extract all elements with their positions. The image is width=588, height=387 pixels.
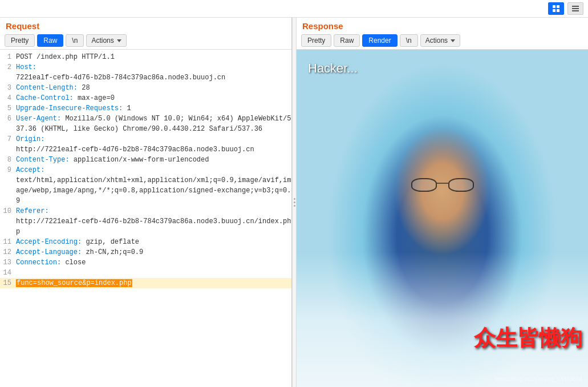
line-number: 10 (0, 206, 16, 237)
response-newline-btn[interactable]: \n (400, 34, 418, 47)
line-content: Referer: http://7221ealf-cefb-4d76-b2b8-… (16, 206, 291, 237)
line-content: Accept-Language: zh-CN,zh;q=0.9 (16, 247, 291, 257)
code-line: 8Content-Type: application/x-www-form-ur… (0, 155, 291, 165)
code-line: 13Connection: close (0, 257, 291, 268)
line-content: func=show_source&p=index.php (16, 278, 291, 288)
response-pretty-btn[interactable]: Pretty (301, 34, 331, 47)
code-line: 9Accept: text/html,application/xhtml+xml… (0, 165, 291, 206)
line-number: 6 (0, 114, 16, 134)
panel-divider (292, 18, 297, 387)
code-line: 6User-Agent: Mozilla/5.0 (Windows NT 10.… (0, 114, 291, 134)
line-number: 1 (0, 52, 16, 62)
line-content: Accept-Encoding: gzip, deflate (16, 237, 291, 247)
code-line: 3Content-Length: 28 (0, 83, 291, 93)
line-number: 7 (0, 134, 16, 155)
line-number: 14 (0, 268, 16, 278)
glasses-bridge (437, 183, 448, 184)
svg-rect-1 (557, 5, 559, 8)
code-line: 11Accept-Encoding: gzip, deflate (0, 237, 291, 247)
code-line: 10Referer: http://7221ealf-cefb-4d76-b2b… (0, 206, 291, 237)
svg-rect-2 (553, 9, 555, 12)
request-newline-btn[interactable]: \n (66, 34, 84, 47)
line-number: 2 (0, 62, 16, 83)
glasses-right (448, 178, 474, 192)
line-number: 4 (0, 93, 16, 103)
svg-rect-3 (557, 9, 559, 12)
line-content: Accept: text/html,application/xhtml+xml,… (16, 165, 291, 206)
code-line: 14 (0, 268, 291, 278)
response-render-btn[interactable]: Render (362, 34, 397, 47)
svg-rect-0 (553, 5, 555, 8)
line-content: POST /index.php HTTP/1.1 (16, 52, 291, 62)
line-number: 11 (0, 237, 16, 247)
code-line: 12Accept-Language: zh-CN,zh;q=0.9 (0, 247, 291, 257)
request-pretty-btn[interactable]: Pretty (5, 34, 35, 47)
line-content: Content-Length: 28 (16, 83, 291, 93)
line-content: Content-Type: application/x-www-form-url… (16, 155, 291, 165)
line-number: 3 (0, 83, 16, 93)
chinese-text-overlay: 众生皆懒狗 (474, 324, 582, 353)
line-number: 9 (0, 165, 16, 206)
line-content: Host: 7221ealf-cefb-4d76-b2b8-784c379ac8… (16, 62, 291, 83)
request-toolbar: Pretty Raw \n Actions (0, 32, 291, 50)
line-content (16, 268, 291, 278)
code-line: 2Host: 7221ealf-cefb-4d76-b2b8-784c379ac… (0, 62, 291, 83)
watermark: https://blog.csdn.net/qq_53460684 (495, 376, 582, 382)
line-content: User-Agent: Mozilla/5.0 (Windows NT 10.0… (16, 114, 291, 134)
code-line: 5Upgrade-Insecure-Requests: 1 (0, 103, 291, 114)
robe-decoration (297, 252, 588, 387)
top-bar (0, 0, 588, 18)
line-content: Connection: close (16, 257, 291, 268)
line-content: Upgrade-Insecure-Requests: 1 (16, 103, 291, 114)
line-number: 13 (0, 257, 16, 268)
glasses-left (411, 178, 437, 192)
line-number: 12 (0, 247, 16, 257)
line-number: 5 (0, 103, 16, 114)
request-code-area[interactable]: 1POST /index.php HTTP/1.12Host: 7221ealf… (0, 50, 291, 387)
response-actions-btn[interactable]: Actions (420, 34, 460, 47)
response-toolbar: Pretty Raw Render \n Actions (297, 32, 588, 50)
line-content: Cache-Control: max-age=0 (16, 93, 291, 103)
svg-rect-6 (572, 10, 579, 11)
response-content-area: Hacker... 众生皆懒狗 https://blog.csdn.net/qq… (297, 50, 588, 387)
response-image: Hacker... 众生皆懒狗 https://blog.csdn.net/qq… (297, 50, 588, 387)
code-line: 1POST /index.php HTTP/1.1 (0, 52, 291, 62)
menu-button[interactable] (567, 2, 583, 15)
grid-view-button[interactable] (548, 2, 564, 15)
line-content: Origin: http://7221ealf-cefb-4d76-b2b8-7… (16, 134, 291, 155)
response-panel: Response Pretty Raw Render \n Actions Ha… (297, 18, 588, 387)
code-line: 4Cache-Control: max-age=0 (0, 93, 291, 103)
panels-container: Request Pretty Raw \n Actions 1POST /ind… (0, 18, 588, 387)
request-panel: Request Pretty Raw \n Actions 1POST /ind… (0, 18, 292, 387)
hacker-label: Hacker... (308, 61, 358, 76)
svg-rect-4 (572, 6, 579, 7)
line-number: 15 (0, 278, 16, 288)
code-line: 7Origin: http://7221ealf-cefb-4d76-b2b8-… (0, 134, 291, 155)
request-actions-btn[interactable]: Actions (86, 34, 126, 47)
svg-rect-5 (572, 8, 579, 9)
actions-chevron-icon (117, 39, 121, 42)
line-number: 8 (0, 155, 16, 165)
response-raw-btn[interactable]: Raw (334, 34, 360, 47)
request-title: Request (0, 18, 291, 32)
response-actions-chevron-icon (451, 39, 455, 42)
code-line: 15func=show_source&p=index.php (0, 278, 291, 288)
response-title: Response (297, 18, 588, 32)
request-raw-btn[interactable]: Raw (37, 34, 63, 47)
divider-dots (294, 198, 295, 207)
